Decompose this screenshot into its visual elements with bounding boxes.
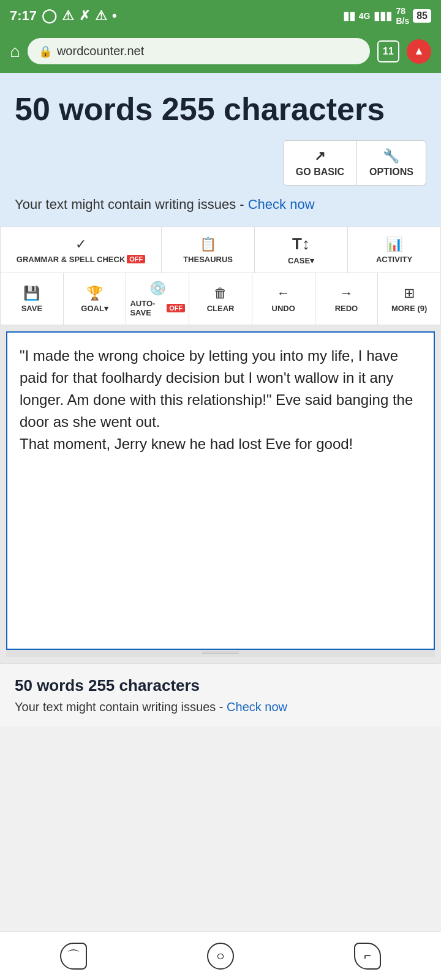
more-label: MORE (9) — [391, 304, 428, 313]
call-icon: ✗ — [79, 8, 90, 24]
dot-icon: • — [112, 8, 117, 24]
writing-issues-text: Your text might contain writing issues - — [15, 197, 248, 212]
go-basic-label: GO BASIC — [296, 167, 344, 178]
thesaurus-icon: 📋 — [200, 236, 216, 252]
grammar-spell-check-button[interactable]: ✓ GRAMMAR & SPELL CHECK OFF — [1, 227, 162, 273]
options-icon: 🔧 — [383, 148, 399, 164]
clear-button[interactable]: 🗑 CLEAR — [189, 273, 252, 325]
signal-4g: 4G — [359, 11, 371, 21]
redo-icon: → — [339, 285, 353, 301]
facebook-icon: ◯ — [42, 8, 57, 24]
url-bar[interactable]: 🔒 wordcounter.net — [28, 38, 370, 64]
checkmark-icon: ✓ — [75, 236, 86, 252]
autosave-button[interactable]: 💿 AUTO-SAVE OFF — [126, 273, 189, 325]
toolbar-row-2: 💾 SAVE 🏆 GOAL▾ 💿 AUTO-SAVE OFF 🗑 CLEAR ←… — [1, 273, 440, 325]
tab-count[interactable]: 11 — [377, 40, 399, 62]
lock-icon: 🔒 — [39, 45, 52, 58]
activity-button[interactable]: 📊 ACTIVITY — [348, 227, 440, 273]
signal-icon2: ▮▮▮ — [374, 9, 392, 23]
redo-label: REDO — [335, 304, 358, 313]
status-left: 7:17 ◯ ⚠ ✗ ⚠ • — [10, 8, 117, 24]
check-now-link[interactable]: Check now — [248, 197, 315, 212]
clear-label: CLEAR — [207, 304, 235, 313]
activity-label: ACTIVITY — [376, 255, 412, 264]
warning-icon2: ⚠ — [95, 8, 107, 24]
case-label: CASE▾ — [288, 256, 314, 265]
save-label: SAVE — [21, 304, 42, 313]
writing-issues: Your text might contain writing issues -… — [15, 195, 426, 214]
home-icon[interactable]: ⌂ — [10, 42, 20, 61]
status-bar: 7:17 ◯ ⚠ ✗ ⚠ • ▮▮ 4G ▮▮▮ 78B/s 85 — [0, 0, 441, 32]
back-button[interactable]: ⌒ — [60, 943, 87, 970]
toolbar-row-1: ✓ GRAMMAR & SPELL CHECK OFF 📋 THESAURUS … — [1, 227, 440, 273]
go-basic-button[interactable]: ↗ GO BASIC — [283, 140, 357, 186]
text-editor[interactable]: "I made the wrong choice by letting you … — [6, 331, 435, 650]
grammar-label: GRAMMAR & SPELL CHECK OFF — [17, 255, 145, 264]
goal-label: GOAL▾ — [81, 304, 108, 313]
home-button[interactable]: ○ — [207, 943, 234, 970]
toolbar-area: ✓ GRAMMAR & SPELL CHECK OFF 📋 THESAURUS … — [0, 227, 441, 325]
action-buttons: ↗ GO BASIC 🔧 OPTIONS — [15, 140, 426, 186]
url-text: wordcounter.net — [57, 44, 144, 58]
more-icon: ⊞ — [404, 285, 415, 301]
undo-label: UNDO — [272, 304, 295, 313]
autosave-icon: 💿 — [149, 281, 166, 296]
upload-button[interactable]: ▲ — [407, 39, 431, 64]
word-count-title: 50 words 255 characters — [15, 90, 426, 128]
editor-container: "I made the wrong choice by letting you … — [0, 325, 441, 663]
recent-apps-button[interactable]: ⌐ — [354, 943, 381, 970]
thesaurus-label: THESAURUS — [183, 255, 233, 264]
goal-button[interactable]: 🏆 GOAL▾ — [64, 273, 127, 325]
save-icon: 💾 — [23, 285, 40, 301]
word-count-area: 50 words 255 characters ↗ GO BASIC 🔧 OPT… — [0, 73, 441, 227]
autosave-label-wrap: AUTO-SAVE OFF — [130, 299, 185, 317]
options-button[interactable]: 🔧 OPTIONS — [357, 140, 426, 186]
bottom-check-now-link[interactable]: Check now — [227, 700, 287, 714]
signal-icon1: ▮▮ — [343, 9, 355, 23]
browser-bar: ⌂ 🔒 wordcounter.net 11 ▲ — [0, 32, 441, 73]
activity-icon: 📊 — [386, 236, 402, 252]
bottom-issues: Your text might contain writing issues -… — [15, 700, 426, 714]
more-button[interactable]: ⊞ MORE (9) — [378, 273, 440, 325]
bottom-word-count: 50 words 255 characters — [15, 676, 426, 695]
warning-icon1: ⚠ — [62, 8, 74, 24]
goal-icon: 🏆 — [86, 285, 103, 301]
thesaurus-button[interactable]: 📋 THESAURUS — [162, 227, 255, 273]
nav-bar: ⌒ ○ ⌐ — [0, 931, 441, 980]
autosave-off-badge: OFF — [167, 304, 185, 312]
bottom-summary: 50 words 255 characters Your text might … — [0, 663, 441, 726]
grammar-off-badge: OFF — [127, 255, 145, 263]
options-label: OPTIONS — [369, 167, 413, 178]
redo-button[interactable]: → REDO — [315, 273, 379, 325]
case-icon: T↕ — [292, 235, 310, 254]
case-button[interactable]: T↕ CASE▾ — [255, 227, 348, 273]
save-button[interactable]: 💾 SAVE — [1, 273, 64, 325]
data-speed: 78B/s — [396, 6, 409, 26]
status-right: ▮▮ 4G ▮▮▮ 78B/s 85 — [343, 6, 431, 26]
editor-content[interactable]: "I made the wrong choice by letting you … — [20, 345, 421, 455]
undo-icon: ← — [277, 285, 290, 301]
bottom-issues-text: Your text might contain writing issues - — [15, 700, 227, 714]
resize-lines-icon — [202, 652, 239, 655]
battery-indicator: 85 — [413, 9, 431, 23]
time-display: 7:17 — [10, 8, 37, 24]
clear-icon: 🗑 — [214, 285, 227, 301]
go-basic-icon: ↗ — [314, 148, 325, 164]
resize-handle[interactable] — [6, 650, 435, 657]
undo-button[interactable]: ← UNDO — [252, 273, 315, 325]
